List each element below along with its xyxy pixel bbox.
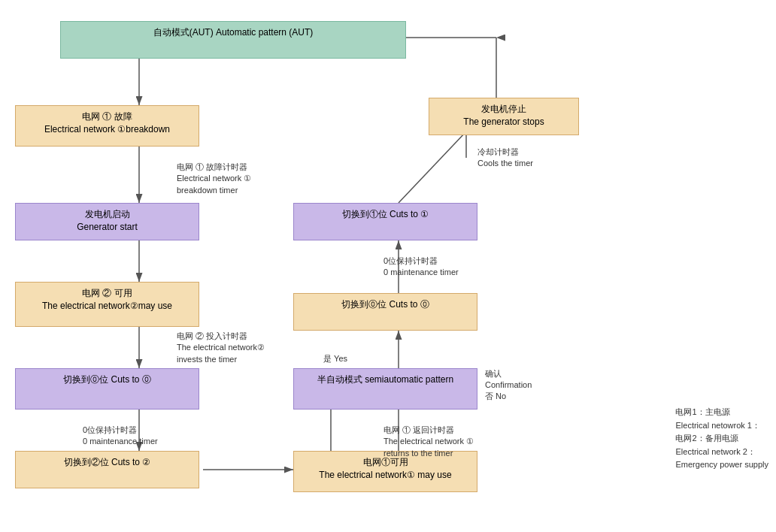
cuts-to-0-left-box: 切换到⓪位 Cuts to ⓪ <box>15 368 199 410</box>
network2-invest-timer-label: 电网 ② 投入计时器 The electrical network② inves… <box>177 331 265 365</box>
network2-available-box: 电网 ② 可用The electrical network②may use <box>15 282 199 327</box>
semi-auto-box: 半自动模式 semiautomatic pattern <box>293 368 477 410</box>
generator-stops-label: 发电机停止The generator stops <box>463 104 544 127</box>
svg-line-12 <box>399 131 466 203</box>
0-maintenance-timer-right-label: 0位保持计时器 0 maintenance timer <box>383 255 459 279</box>
generator-start-label: 发电机启动Generator start <box>77 209 138 232</box>
auto-mode-box: 自动模式(AUT) Automatic pattern (AUT) <box>60 21 406 59</box>
network2-available-label: 电网 ② 可用The electrical network②may use <box>42 288 172 311</box>
cuts-to-2-box: 切换到②位 Cuts to ② <box>15 451 199 488</box>
network1-fault-box: 电网 ① 故障Electrical network ①breakdown <box>15 105 199 147</box>
cuts-to-0-left-label: 切换到⓪位 Cuts to ⓪ <box>63 374 151 385</box>
network1-fault-label: 电网 ① 故障Electrical network ①breakdown <box>44 111 170 135</box>
network1-available-label: 电网①可用The electrical network① may use <box>319 457 451 480</box>
auto-mode-label: 自动模式(AUT) Automatic pattern (AUT) <box>153 27 314 38</box>
cuts-to-0-right-box: 切换到⓪位 Cuts to ⓪ <box>293 293 477 331</box>
cuts-to-1-box: 切换到①位 Cuts to ① <box>293 203 477 240</box>
cuts-to-1-label: 切换到①位 Cuts to ① <box>342 209 429 219</box>
cooling-timer-label: 冷却计时器 Cools the timer <box>477 147 533 170</box>
diagram-container: 自动模式(AUT) Automatic pattern (AUT) 电网 ① 故… <box>0 0 776 532</box>
legend: 电网1：主电源 Electrical netowrok 1： 电网2：备用电源 … <box>675 406 768 472</box>
generator-stops-box: 发电机停止The generator stops <box>429 98 579 135</box>
network1-return-timer-label: 电网 ① 返回计时器 The electrical network ① retu… <box>383 425 474 459</box>
confirmation-label: 确认 Confirmation <box>485 368 532 391</box>
cuts-to-0-right-label: 切换到⓪位 Cuts to ⓪ <box>341 299 429 310</box>
0-maintenance-timer-left-label: 0位保持计时器 0 maintenance timer <box>83 425 158 448</box>
cuts-to-2-label: 切换到②位 Cuts to ② <box>64 457 151 467</box>
generator-start-box: 发电机启动Generator start <box>15 203 199 240</box>
network1-fault-timer-label: 电网 ① 故障计时器 Electrical network ① breakdow… <box>177 162 251 196</box>
no-label: 否 No <box>485 391 506 402</box>
yes-label: 是 Yes <box>323 353 347 364</box>
semi-auto-label: 半自动模式 semiautomatic pattern <box>317 374 453 385</box>
